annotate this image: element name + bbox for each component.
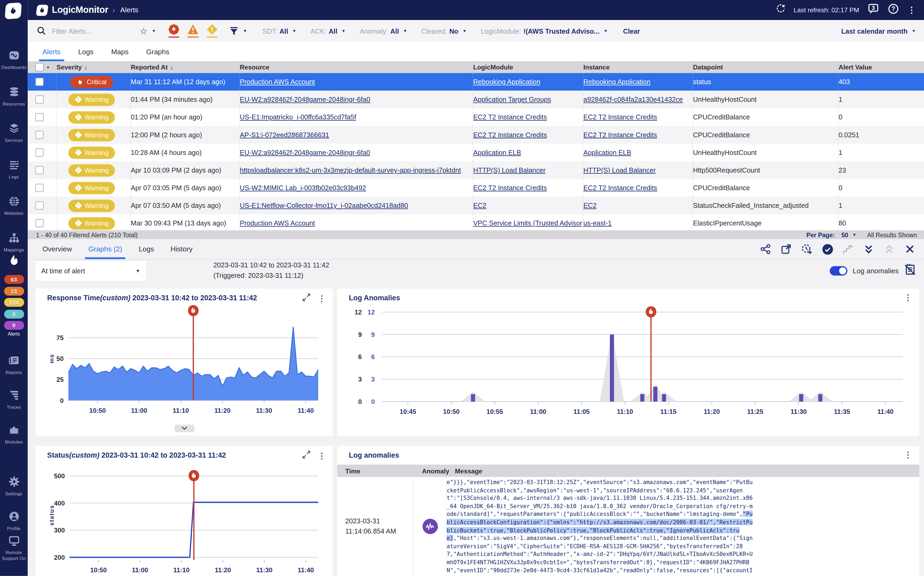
alerts-flame-icon[interactable] [0,253,28,271]
alert-count-badge[interactable]: 63 [4,275,24,284]
sidebar-item-dashboards[interactable]: Dashboards [0,50,28,70]
select-all-checkbox[interactable] [35,63,43,71]
logicmonitor-logo-icon[interactable] [5,2,22,19]
logicmodule-link[interactable]: Application Target Groups [473,96,551,103]
alert-count-badge[interactable]: 0 [4,309,24,318]
escalate-icon[interactable] [842,243,854,255]
sidebar-item-modules[interactable]: Modules [0,424,28,445]
sidebar-item-websites[interactable]: Websites [0,195,28,217]
chevron-down-icon[interactable]: ▼ [46,65,50,69]
resource-link[interactable]: httpsloadbalancer:k8s2-um-3x3mezjp-defau… [240,167,461,174]
row-checkbox[interactable] [35,78,43,86]
row-checkbox[interactable] [35,95,43,104]
logicmodule-link[interactable]: VPC Service Limits (Trusted Advisor) [473,219,583,227]
brand[interactable]: LogicMonitor [37,5,108,16]
log-anomalies-toggle[interactable] [829,266,847,275]
expand-chart-icon[interactable] [302,450,311,461]
sort-desc-icon[interactable]: ↓ [84,64,87,70]
logicmodule-link[interactable]: EC2 T2 Instance Credits [473,184,547,191]
table-row[interactable]: Warning01:44 PM (34 minutes ago)EU-W2:a9… [28,91,924,108]
sidebar-item-reports[interactable]: Reports [0,355,28,376]
sidebar-item-remote[interactable]: Remote Support On [0,534,28,562]
sidebar-item-profile[interactable]: Profile [0,510,28,532]
per-page-select[interactable]: Per Page: 50▼ [806,231,857,238]
logicmodule-link[interactable]: EC2 [473,202,486,209]
resource-link[interactable]: US-W2:MIMIC Lab_i-003fb02e03c93b492 [240,184,366,191]
filter-select-sdt[interactable]: SDT: All▼ [263,27,297,34]
sidebar-item-traces[interactable]: Traces [0,389,28,410]
alert-count-badge[interactable]: 0 [4,321,24,330]
detail-tab-overview[interactable]: Overview [43,239,72,259]
row-checkbox[interactable] [35,184,43,192]
sidebar-item-settings[interactable]: Settings [0,476,28,497]
table-row[interactable]: Warning12:00 PM (2 hours ago)AP-S1:i-072… [28,126,924,144]
row-checkbox[interactable] [35,202,43,210]
alert-count-badge[interactable]: 124 [4,298,24,307]
detail-tab-history[interactable]: History [170,239,192,259]
sidebar-item-resources[interactable]: Resources [0,86,28,107]
clear-filters-button[interactable]: Clear [623,27,640,34]
schedule-sdt-icon[interactable] [801,243,813,255]
expand-up-icon[interactable] [883,243,895,255]
instance-link[interactable]: Application ELB [583,149,631,156]
resource-link[interactable]: AP-S1:i-072eed28687366631 [240,131,329,138]
resource-link[interactable]: EU-W2:a928462f-2048game-2048ingr-6fa0 [240,96,370,103]
logicmodule-link[interactable]: HTTP(S) Load Balancer [473,167,545,174]
instance-link[interactable]: HTTP(S) Load Balancer [583,167,656,174]
resource-link[interactable]: Production AWS Account [240,78,315,85]
row-checkbox[interactable] [35,113,43,121]
time-mode-select[interactable]: At time of alert▼ [35,261,146,281]
alert-count-badge[interactable]: 23 [4,286,24,295]
table-row[interactable]: WarningApr 10 03:09 PM (2 days ago)https… [28,162,924,179]
response-time-chart[interactable]: 025507510:5011:0011:1011:2011:3011:40ms [46,305,323,423]
instance-link[interactable]: EC2 [583,202,597,209]
chart-menu-icon[interactable]: ⋮ [904,293,912,302]
acknowledge-icon[interactable] [821,243,833,255]
filter-select-anomaly[interactable]: Anomaly: All▼ [359,27,407,34]
detail-tab-logs[interactable]: Logs [139,239,154,259]
table-row[interactable]: WarningMar 30 09:43 PM (13 days ago)Prod… [28,214,924,230]
filter-select-logicmodule[interactable]: LogicModule: !(AWS Trusted Adviso...▼ [481,27,608,34]
detail-tab-graphs-2[interactable]: Graphs (2) [88,239,122,259]
instance-link[interactable]: EC2 T2 Instance Credits [583,114,657,120]
status-chart[interactable]: 20030040050010:5011:0011:1011:2011:3011:… [46,461,323,576]
refresh-icon[interactable] [775,4,785,16]
instance-link[interactable]: EC2 T2 Instance Credits [583,131,657,138]
instance-link[interactable]: us-east-1 [583,219,612,227]
resource-link[interactable]: US-E1:Impatricko_i-00ffc6a335cd7fa5f [240,114,356,120]
sidebar-item-logs[interactable]: Logs [0,159,28,180]
log-table-row[interactable]: 2023-03-31 11:14:06.854 AM e"}}},"eventT… [337,477,919,576]
report-disabled-icon[interactable] [904,264,916,278]
filter-error-icon[interactable] [188,24,199,38]
filter-funnel[interactable]: ▼ [229,26,247,35]
filter-alerts-input[interactable] [51,27,127,35]
table-row[interactable]: Warning01:20 PM (an hour ago)US-E1:Impat… [28,109,924,126]
notifications-icon[interactable]: 3 [868,3,879,16]
tab-graphs[interactable]: Graphs [146,42,170,61]
help-icon[interactable]: ? [888,3,899,16]
instance-link[interactable]: a928462f-c084fa2a130e41432ce [583,96,683,103]
instance-link[interactable]: EC2 T2 Instance Credits [583,184,657,191]
chart-menu-icon[interactable]: ⋮ [318,452,326,460]
sidebar-item-services[interactable]: Services [0,122,28,144]
tab-alerts[interactable]: Alerts [43,42,61,61]
table-row[interactable]: WarningApr 07 03:05 PM (5 days ago)US-W2… [28,179,924,197]
collapse-down-icon[interactable] [863,243,874,255]
instance-link[interactable]: Rebooking Application [583,78,650,85]
log-anomalies-chart[interactable]: 00336699121210:4510:5010:5511:0011:0511:… [349,304,908,429]
chart-menu-icon[interactable]: ⋮ [318,294,326,303]
table-row[interactable]: Warning10:28 AM (4 hours ago)EU-W2:a9284… [28,144,924,162]
row-checkbox[interactable] [35,148,43,157]
chart-menu-icon[interactable]: ⋮ [904,450,912,459]
share-icon[interactable] [760,243,772,255]
time-range-select[interactable]: Last calendar month▼ [841,27,916,34]
filter-select-cleared[interactable]: Cleared: No▼ [421,27,467,34]
resource-link[interactable]: US-E1:Netflow-Collector-lmo11y_i-02aabe0… [240,202,408,209]
resource-link[interactable]: Production AWS Account [240,219,315,227]
tab-maps[interactable]: Maps [111,42,128,61]
open-in-new-icon[interactable] [780,243,792,255]
row-checkbox[interactable] [35,131,43,139]
row-checkbox[interactable] [35,166,43,174]
table-row[interactable]: CriticalMar 31 11:12 AM (12 days ago)Pro… [28,73,924,91]
collapse-chart-button[interactable] [174,424,194,432]
